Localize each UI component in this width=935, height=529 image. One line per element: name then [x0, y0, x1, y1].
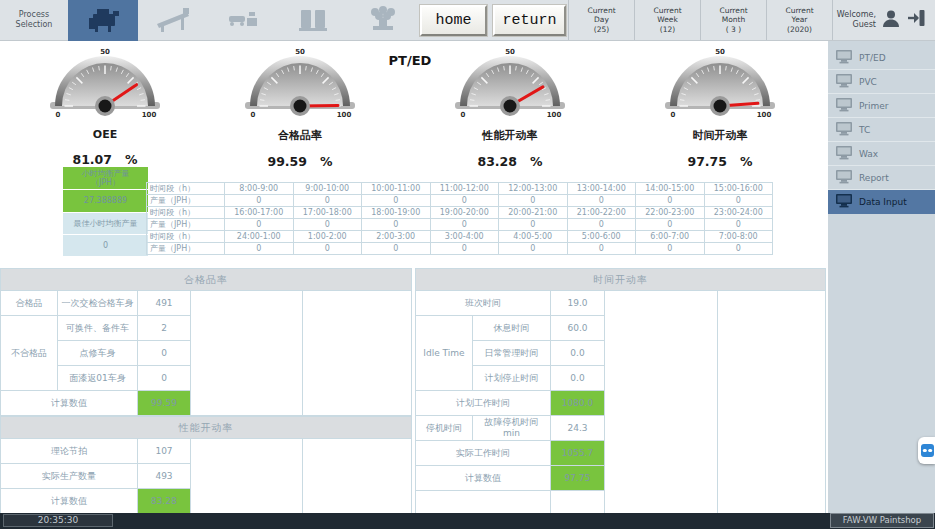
return-button[interactable]: return: [493, 5, 566, 36]
process-button-4[interactable]: [278, 0, 348, 41]
sidebar-item-label: Wax: [859, 149, 878, 159]
svg-text:100: 100: [547, 111, 562, 119]
home-button[interactable]: home: [420, 5, 487, 36]
paintshop-dashboard: Process Selection home return Current Da…: [0, 0, 935, 529]
sidebar-item-wax[interactable]: Wax: [828, 142, 935, 166]
stat-label: Current Week: [653, 6, 681, 24]
cell-timeslot: 20:00-21:00: [499, 207, 568, 219]
svg-text:0: 0: [461, 111, 466, 119]
cell-value: 0: [293, 219, 362, 231]
cell-value: 0: [567, 195, 636, 207]
gauge-label: 合格品率: [240, 128, 360, 143]
cell-value: 0: [636, 243, 705, 255]
cell-label: 故障停机时间 min: [473, 416, 551, 441]
cell-value: 0: [293, 195, 362, 207]
cell-empty: [191, 439, 303, 515]
cell-timeslot: 12:00-13:00: [499, 183, 568, 195]
cell-value: 0: [225, 243, 294, 255]
cell-label: 实际生产数量: [1, 464, 138, 489]
gauge-oee: 50 0 100 OEE81.07%: [45, 46, 165, 167]
process-button-2[interactable]: [138, 0, 208, 41]
cell-timeslot: 7:00-8:00: [704, 231, 773, 243]
svg-text:0: 0: [251, 111, 256, 119]
hourly-avg-label: 小时均衡产量 （JPH）: [63, 167, 148, 190]
app-name: FAW-VW Paintshop: [830, 513, 934, 528]
cell-timeslot: 9:00-10:00: [293, 183, 362, 195]
cell-timeslot: 19:00-20:00: [430, 207, 499, 219]
stat-value: (2020): [787, 25, 812, 34]
gauge-dial: 50 0 100: [660, 46, 780, 122]
stat-value: (25): [594, 25, 609, 34]
gauge-value: 97.75%: [660, 154, 780, 169]
cell-empty: [191, 291, 303, 416]
hourly-best-value: 0: [63, 235, 148, 257]
cell-value: 0.0: [551, 341, 605, 366]
sidebar-item-primer[interactable]: Primer: [828, 94, 935, 118]
cell-value: 0: [430, 219, 499, 231]
monitor-icon: [836, 194, 852, 210]
cell-value: 493: [138, 464, 191, 489]
machine-pretreatment-icon: [83, 4, 123, 38]
cell-label: 班次时间: [416, 291, 551, 316]
cell-value: 60.0: [551, 316, 605, 341]
sidebar-item-report[interactable]: Report: [828, 166, 935, 190]
machine-oven-frames-icon: [293, 4, 333, 38]
stat-current-month: Current Month( 3 ): [701, 0, 767, 40]
sidebar-item-label: TC: [859, 125, 870, 135]
user-icon[interactable]: [881, 8, 901, 32]
cell-value: 0: [430, 243, 499, 255]
sidebar-item-pt-ed[interactable]: PT/ED: [828, 46, 935, 70]
cell-label: 不合格品: [1, 316, 58, 391]
cell-value: 0: [499, 195, 568, 207]
table-row: 产量（JPH）00000000: [147, 195, 773, 207]
cell-timeslot: 21:00-22:00: [567, 207, 636, 219]
cell-timeslot: 24:00-1:00: [225, 231, 294, 243]
sidebar-item-data-input[interactable]: Data Input: [828, 190, 935, 214]
svg-text:50: 50: [505, 48, 515, 56]
cell-value: 0.0: [551, 366, 605, 391]
date-stats: Current Day(25)Current Week(12)Current M…: [568, 0, 833, 40]
sidebar-item-tc[interactable]: TC: [828, 118, 935, 142]
svg-text:100: 100: [337, 111, 352, 119]
cell-label: 计划工作时间: [416, 391, 551, 416]
cell-empty: [551, 491, 605, 514]
cell-label: 时间段（h）: [147, 183, 225, 195]
cell-timeslot: 14:00-15:00: [636, 183, 705, 195]
process-button-3[interactable]: [208, 0, 278, 41]
cell-value: 0: [362, 195, 431, 207]
process-button-5[interactable]: [348, 0, 418, 41]
table-row: 时间段（h）16:00-17:0017:00-18:0018:00-19:001…: [147, 207, 773, 219]
cell-label: 理论节拍: [1, 439, 138, 464]
monitor-icon: [836, 50, 852, 66]
cell-label: 产量（JPH）: [147, 195, 225, 207]
cell-value: 24.3: [551, 416, 605, 441]
gauge-performance-rate: 50 0 100 性能开动率83.28%: [450, 46, 570, 169]
process-button-1[interactable]: [68, 0, 138, 41]
hourly-output-table: 时间段（h）8:00-9:009:00-10:0010:00-11:0011:0…: [146, 182, 773, 255]
cell-calc-value: 1055.7: [551, 441, 605, 466]
gauge-availability-rate: 50 0 100 时间开动率97.75%: [660, 46, 780, 169]
cell-value: 0: [293, 243, 362, 255]
gauge-quality-rate: 50 0 100 合格品率99.59%: [240, 46, 360, 169]
cell-timeslot: 2:00-3:00: [362, 231, 431, 243]
quality-performance-panel: 合格品率 合格品 一次交检合格车身 491 不合格品 可换件、备件车 2 点修车…: [0, 268, 412, 515]
sidebar-item-pvc[interactable]: PVC: [828, 70, 935, 94]
cell-label: 时间段（h）: [147, 207, 225, 219]
remote-access-icon[interactable]: [918, 437, 935, 464]
cell-value: 0: [704, 195, 773, 207]
stat-value: ( 3 ): [726, 25, 741, 34]
cell-value: 0: [430, 195, 499, 207]
logout-icon[interactable]: [906, 8, 927, 32]
sidebar-item-label: Data Input: [859, 197, 907, 207]
cell-label: 实际工作时间: [416, 441, 551, 466]
cell-value: 0: [704, 219, 773, 231]
monitor-icon: [836, 74, 852, 90]
cell-label: 可换件、备件车: [58, 316, 138, 341]
cell-value: 107: [138, 439, 191, 464]
cell-timeslot: 18:00-19:00: [362, 207, 431, 219]
status-bar: 20:35:30 FAW-VW Paintshop: [0, 513, 935, 529]
gauge-dial: 50 0 100: [450, 46, 570, 122]
cell-timeslot: 3:00-4:00: [430, 231, 499, 243]
cell-timeslot: 15:00-16:00: [704, 183, 773, 195]
sidebar-item-label: PT/ED: [859, 53, 886, 63]
